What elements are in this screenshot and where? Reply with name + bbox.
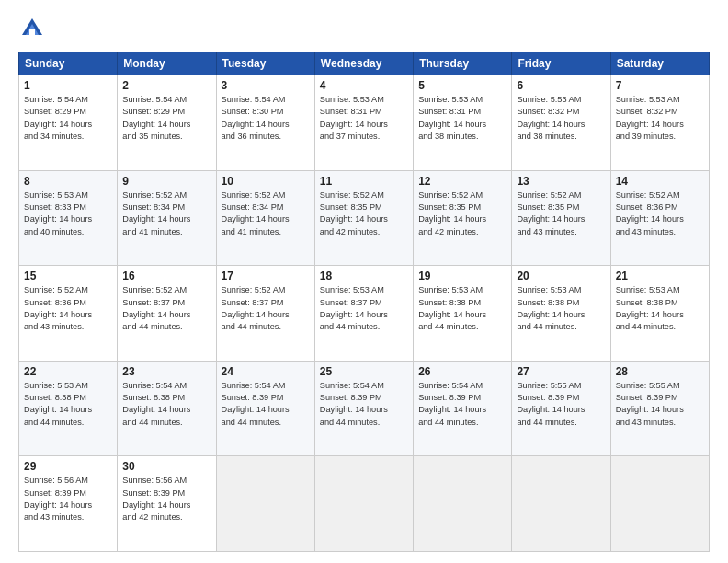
day-info: Sunrise: 5:55 AM Sunset: 8:39 PM Dayligh… (517, 380, 605, 429)
weekday-thursday: Thursday (414, 52, 512, 75)
day-number: 18 (320, 270, 408, 282)
day-cell-19: 19 Sunrise: 5:53 AM Sunset: 8:38 PM Dayl… (414, 266, 512, 362)
day-info: Sunrise: 5:54 AM Sunset: 8:39 PM Dayligh… (418, 380, 506, 429)
day-info: Sunrise: 5:52 AM Sunset: 8:37 PM Dayligh… (222, 284, 310, 333)
weekday-monday: Monday (118, 52, 216, 75)
day-cell-21: 21 Sunrise: 5:53 AM Sunset: 8:38 PM Dayl… (610, 266, 709, 362)
day-cell-16: 16 Sunrise: 5:52 AM Sunset: 8:37 PM Dayl… (118, 266, 216, 362)
day-cell-14: 14 Sunrise: 5:52 AM Sunset: 8:36 PM Dayl… (610, 170, 709, 266)
calendar-week-row: 29 Sunrise: 5:56 AM Sunset: 8:39 PM Dayl… (19, 456, 710, 552)
logo (18, 15, 51, 42)
day-info: Sunrise: 5:52 AM Sunset: 8:35 PM Dayligh… (517, 190, 605, 238)
day-cell-25: 25 Sunrise: 5:54 AM Sunset: 8:39 PM Dayl… (314, 361, 413, 456)
top-area (18, 15, 710, 42)
day-info: Sunrise: 5:53 AM Sunset: 8:38 PM Dayligh… (418, 284, 506, 333)
day-info: Sunrise: 5:52 AM Sunset: 8:35 PM Dayligh… (320, 190, 408, 238)
day-number: 13 (517, 175, 605, 188)
calendar-week-row: 15 Sunrise: 5:52 AM Sunset: 8:36 PM Dayl… (19, 266, 710, 362)
day-info: Sunrise: 5:54 AM Sunset: 8:39 PM Dayligh… (222, 380, 310, 429)
day-cell-26: 26 Sunrise: 5:54 AM Sunset: 8:39 PM Dayl… (414, 361, 512, 456)
calendar-week-row: 1 Sunrise: 5:54 AM Sunset: 8:29 PM Dayli… (19, 75, 710, 171)
weekday-header-row: SundayMondayTuesdayWednesdayThursdayFrid… (19, 52, 710, 75)
day-info: Sunrise: 5:53 AM Sunset: 8:33 PM Dayligh… (24, 190, 112, 238)
day-cell-28: 28 Sunrise: 5:55 AM Sunset: 8:39 PM Dayl… (610, 361, 709, 456)
day-number: 20 (517, 270, 605, 282)
day-number: 21 (616, 270, 704, 282)
day-number: 3 (222, 79, 310, 92)
day-info: Sunrise: 5:52 AM Sunset: 8:36 PM Dayligh… (616, 190, 704, 238)
day-cell-7: 7 Sunrise: 5:53 AM Sunset: 8:32 PM Dayli… (610, 75, 709, 171)
day-info: Sunrise: 5:52 AM Sunset: 8:37 PM Dayligh… (122, 284, 210, 333)
day-cell-23: 23 Sunrise: 5:54 AM Sunset: 8:38 PM Dayl… (118, 361, 216, 456)
day-number: 15 (24, 270, 112, 282)
day-info: Sunrise: 5:53 AM Sunset: 8:31 PM Dayligh… (320, 94, 408, 143)
day-number: 6 (517, 79, 605, 92)
day-cell-22: 22 Sunrise: 5:53 AM Sunset: 8:38 PM Dayl… (19, 361, 118, 456)
weekday-wednesday: Wednesday (314, 52, 413, 75)
day-cell-12: 12 Sunrise: 5:52 AM Sunset: 8:35 PM Dayl… (414, 170, 512, 266)
day-info: Sunrise: 5:53 AM Sunset: 8:37 PM Dayligh… (320, 284, 408, 333)
day-cell-5: 5 Sunrise: 5:53 AM Sunset: 8:31 PM Dayli… (414, 75, 512, 171)
day-cell-6: 6 Sunrise: 5:53 AM Sunset: 8:32 PM Dayli… (512, 75, 610, 171)
day-info: Sunrise: 5:53 AM Sunset: 8:32 PM Dayligh… (517, 94, 605, 143)
calendar-week-row: 22 Sunrise: 5:53 AM Sunset: 8:38 PM Dayl… (19, 361, 710, 456)
day-number: 17 (222, 270, 310, 282)
day-info: Sunrise: 5:52 AM Sunset: 8:36 PM Dayligh… (24, 284, 112, 333)
page: SundayMondayTuesdayWednesdayThursdayFrid… (0, 0, 728, 563)
day-number: 27 (517, 365, 605, 378)
day-number: 12 (418, 175, 506, 188)
empty-cell (414, 456, 512, 552)
empty-cell (216, 456, 314, 552)
day-cell-10: 10 Sunrise: 5:52 AM Sunset: 8:34 PM Dayl… (216, 170, 314, 266)
day-number: 29 (24, 460, 112, 473)
weekday-sunday: Sunday (19, 52, 118, 75)
day-cell-11: 11 Sunrise: 5:52 AM Sunset: 8:35 PM Dayl… (314, 170, 413, 266)
empty-cell (512, 456, 610, 552)
day-number: 26 (418, 365, 506, 378)
day-number: 23 (122, 365, 210, 378)
day-number: 7 (616, 79, 704, 92)
day-info: Sunrise: 5:54 AM Sunset: 8:38 PM Dayligh… (122, 380, 210, 429)
day-info: Sunrise: 5:54 AM Sunset: 8:29 PM Dayligh… (24, 94, 112, 143)
day-cell-1: 1 Sunrise: 5:54 AM Sunset: 8:29 PM Dayli… (19, 75, 118, 171)
calendar-table: SundayMondayTuesdayWednesdayThursdayFrid… (18, 52, 710, 552)
day-number: 28 (616, 365, 704, 378)
day-cell-3: 3 Sunrise: 5:54 AM Sunset: 8:30 PM Dayli… (216, 75, 314, 171)
weekday-saturday: Saturday (610, 52, 709, 75)
empty-cell (314, 456, 413, 552)
day-info: Sunrise: 5:53 AM Sunset: 8:38 PM Dayligh… (24, 380, 112, 429)
day-number: 16 (122, 270, 210, 282)
day-cell-13: 13 Sunrise: 5:52 AM Sunset: 8:35 PM Dayl… (512, 170, 610, 266)
day-number: 11 (320, 175, 408, 188)
day-cell-24: 24 Sunrise: 5:54 AM Sunset: 8:39 PM Dayl… (216, 361, 314, 456)
day-cell-2: 2 Sunrise: 5:54 AM Sunset: 8:29 PM Dayli… (118, 75, 216, 171)
day-info: Sunrise: 5:52 AM Sunset: 8:35 PM Dayligh… (418, 190, 506, 238)
day-info: Sunrise: 5:54 AM Sunset: 8:30 PM Dayligh… (222, 94, 310, 143)
day-info: Sunrise: 5:53 AM Sunset: 8:38 PM Dayligh… (517, 284, 605, 333)
day-number: 14 (616, 175, 704, 188)
day-number: 5 (418, 79, 506, 92)
day-number: 8 (24, 175, 112, 188)
day-number: 4 (320, 79, 408, 92)
weekday-friday: Friday (512, 52, 610, 75)
day-number: 1 (24, 79, 112, 92)
day-info: Sunrise: 5:54 AM Sunset: 8:29 PM Dayligh… (122, 94, 210, 143)
day-cell-20: 20 Sunrise: 5:53 AM Sunset: 8:38 PM Dayl… (512, 266, 610, 362)
calendar-week-row: 8 Sunrise: 5:53 AM Sunset: 8:33 PM Dayli… (19, 170, 710, 266)
day-cell-17: 17 Sunrise: 5:52 AM Sunset: 8:37 PM Dayl… (216, 266, 314, 362)
day-number: 22 (24, 365, 112, 378)
day-info: Sunrise: 5:52 AM Sunset: 8:34 PM Dayligh… (222, 190, 310, 238)
day-info: Sunrise: 5:55 AM Sunset: 8:39 PM Dayligh… (616, 380, 704, 429)
day-number: 2 (122, 79, 210, 92)
day-number: 24 (222, 365, 310, 378)
empty-cell (610, 456, 709, 552)
day-cell-9: 9 Sunrise: 5:52 AM Sunset: 8:34 PM Dayli… (118, 170, 216, 266)
day-number: 25 (320, 365, 408, 378)
day-info: Sunrise: 5:53 AM Sunset: 8:32 PM Dayligh… (616, 94, 704, 143)
day-info: Sunrise: 5:53 AM Sunset: 8:31 PM Dayligh… (418, 94, 506, 143)
day-number: 9 (122, 175, 210, 188)
weekday-tuesday: Tuesday (216, 52, 314, 75)
day-number: 30 (122, 460, 210, 473)
day-cell-8: 8 Sunrise: 5:53 AM Sunset: 8:33 PM Dayli… (19, 170, 118, 266)
day-cell-29: 29 Sunrise: 5:56 AM Sunset: 8:39 PM Dayl… (19, 456, 118, 552)
